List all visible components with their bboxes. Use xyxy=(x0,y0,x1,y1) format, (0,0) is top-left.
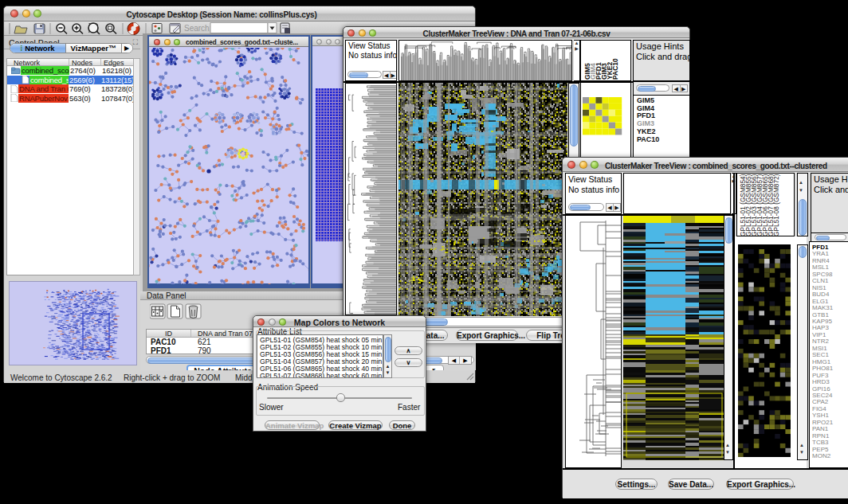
svg-text:PAC10: PAC10 xyxy=(611,58,619,80)
svg-text:Search:: Search: xyxy=(184,24,211,33)
svg-text:GPL51-08 (GSM872): GPL51-08 (GSM872) xyxy=(772,174,780,236)
